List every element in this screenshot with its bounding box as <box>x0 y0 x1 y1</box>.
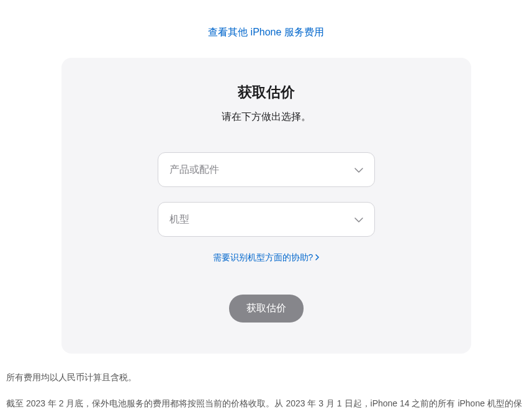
help-link-text: 需要识别机型方面的协助? <box>213 252 313 263</box>
model-select-wrapper: 机型 <box>158 202 375 237</box>
card-title: 获取估价 <box>86 83 446 102</box>
footnote-line2-text: 截至 2023 年 2 月底，保外电池服务的费用都将按照当前的价格收取。从 20… <box>6 398 522 412</box>
submit-container: 获取估价 <box>86 295 446 323</box>
identify-model-help-link[interactable]: 需要识别机型方面的协助? <box>213 252 320 263</box>
footnote: 所有费用均以人民币计算且含税。 截至 2023 年 2 月底，保外电池服务的费用… <box>0 354 532 412</box>
estimate-card: 获取估价 请在下方做出选择。 产品或配件 机型 需要识别机型方面的协助? 获取估… <box>61 58 471 354</box>
product-select[interactable]: 产品或配件 <box>158 152 375 187</box>
product-select-wrapper: 产品或配件 <box>158 152 375 187</box>
view-other-fees-link[interactable]: 查看其他 iPhone 服务费用 <box>208 27 324 37</box>
chevron-down-icon <box>354 164 363 175</box>
product-select-placeholder: 产品或配件 <box>169 163 219 176</box>
footnote-line1: 所有费用均以人民币计算且含税。 <box>6 369 526 386</box>
top-link-container: 查看其他 iPhone 服务费用 <box>0 0 532 58</box>
chevron-down-icon <box>354 214 363 225</box>
get-estimate-button[interactable]: 获取估价 <box>229 295 304 323</box>
model-select[interactable]: 机型 <box>158 202 375 237</box>
chevron-right-icon <box>315 254 319 262</box>
card-subtitle: 请在下方做出选择。 <box>86 111 446 124</box>
model-select-placeholder: 机型 <box>169 213 189 226</box>
footnote-line2: 截至 2023 年 2 月底，保外电池服务的费用都将按照当前的价格收取。从 20… <box>6 395 526 412</box>
